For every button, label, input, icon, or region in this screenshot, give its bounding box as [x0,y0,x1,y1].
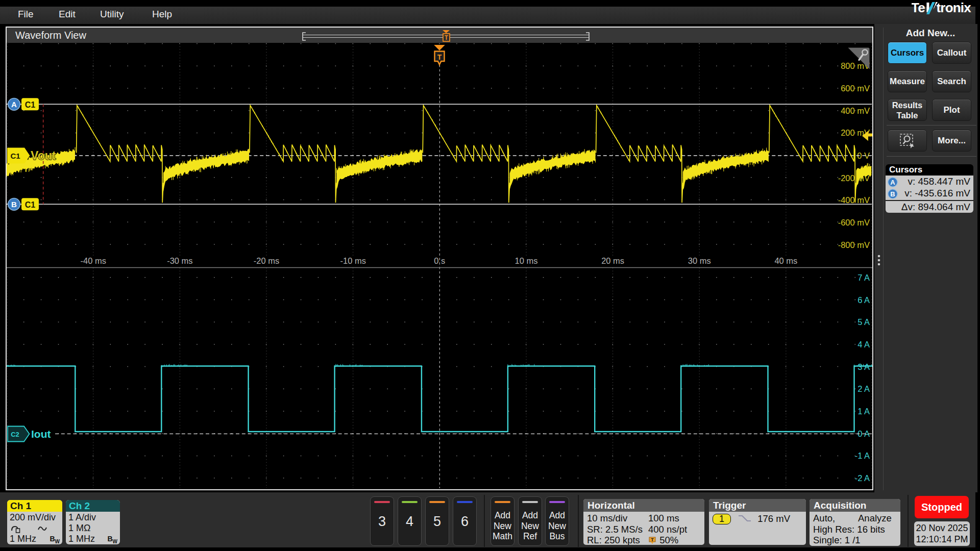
svg-text:5 A: 5 A [857,317,870,327]
svg-text:A: A [890,179,895,186]
svg-text:600 mV: 600 mV [841,84,870,93]
svg-text:C1: C1 [25,101,36,109]
svg-text:C1: C1 [10,152,20,160]
svg-text:-400 mV: -400 mV [838,195,870,205]
svg-text:-2 A: -2 A [855,473,870,483]
svg-text:30 ms: 30 ms [688,256,711,265]
svg-text:-800 mV: -800 mV [838,240,870,249]
svg-text:-30 ms: -30 ms [167,256,192,265]
svg-text:B: B [890,190,895,198]
svg-text:-600 mV: -600 mV [838,218,870,227]
svg-text:6 A: 6 A [857,295,870,305]
svg-text:-20 ms: -20 ms [254,256,279,265]
svg-text:C1: C1 [25,201,36,209]
svg-text:tronix: tronix [937,0,972,15]
svg-text:-40 ms: -40 ms [80,256,106,265]
svg-text:-1 A: -1 A [855,451,870,460]
svg-text:10 ms: 10 ms [515,256,538,265]
svg-text:Te: Te [912,0,925,15]
svg-text:Iout: Iout [31,428,51,440]
svg-text:4 A: 4 A [857,340,870,349]
svg-text:T: T [445,34,449,41]
svg-text:T: T [651,537,654,542]
svg-text:C2: C2 [11,431,19,438]
svg-text:7 A: 7 A [857,273,870,282]
svg-text:-10 ms: -10 ms [340,256,365,265]
svg-text:400 mV: 400 mV [841,106,870,115]
svg-text:T: T [437,53,442,61]
svg-text:Vout: Vout [31,149,56,162]
svg-text:A: A [11,100,17,109]
svg-text:B: B [11,200,17,209]
svg-text:2 A: 2 A [857,384,870,393]
svg-text:20 ms: 20 ms [601,256,624,265]
svg-text:40 ms: 40 ms [774,256,797,265]
svg-text:1 A: 1 A [857,407,870,416]
